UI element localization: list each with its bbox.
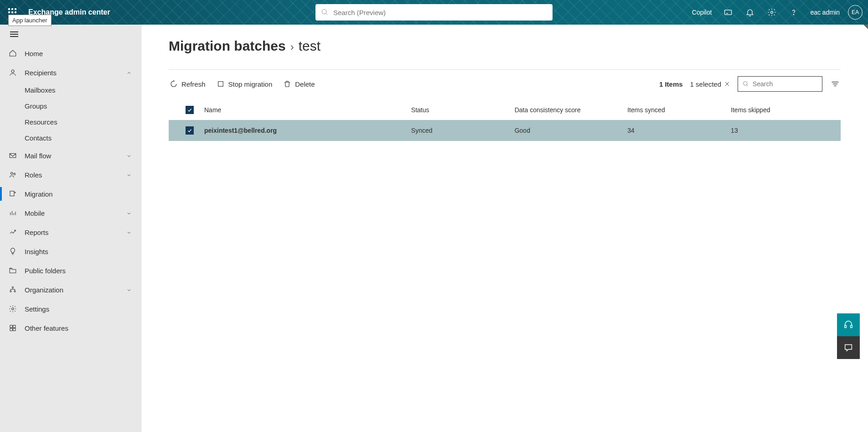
svg-point-15 xyxy=(12,286,14,288)
breadcrumb-separator-icon: › xyxy=(290,41,294,53)
sidebar-item-mobile[interactable]: Mobile xyxy=(0,203,141,223)
sidebar-item-label: Insights xyxy=(25,248,48,255)
sidebar-item-reports[interactable]: Reports xyxy=(0,223,141,242)
svg-point-9 xyxy=(14,173,16,175)
app-header: Exchange admin center App launcher Copil… xyxy=(0,0,868,25)
breadcrumb-root[interactable]: Migration batches xyxy=(169,38,286,54)
sidebar-subitem-contacts[interactable]: Contacts xyxy=(0,130,141,146)
refresh-button[interactable]: Refresh xyxy=(169,77,207,91)
sidebar-item-migration[interactable]: Migration xyxy=(0,184,141,203)
search-icon xyxy=(321,8,329,16)
settings-button[interactable] xyxy=(762,0,782,25)
sidebar-item-label: Other features xyxy=(25,324,68,332)
user-name[interactable]: eac admin xyxy=(806,9,844,16)
column-header-name[interactable]: Name xyxy=(204,106,411,114)
sidebar-subitem-resources[interactable]: Resources xyxy=(0,114,141,130)
reports-icon xyxy=(8,228,17,237)
delete-button[interactable]: Delete xyxy=(282,77,315,91)
table-search[interactable] xyxy=(738,76,822,92)
sidebar-item-label: Mail flow xyxy=(25,152,51,160)
column-header-skipped[interactable]: Items skipped xyxy=(731,106,834,114)
svg-point-18 xyxy=(12,308,14,310)
global-search[interactable] xyxy=(315,4,553,21)
main-content: Migration batches › test Refresh Stop mi… xyxy=(141,25,868,432)
gear-icon xyxy=(767,8,776,17)
sidebar-subitem-mailboxes[interactable]: Mailboxes xyxy=(0,82,141,98)
sidebar-item-label: Settings xyxy=(25,305,49,313)
sidebar-item-label: Roles xyxy=(25,171,42,179)
clear-selection-button[interactable] xyxy=(724,81,730,87)
sidebar-toggle[interactable] xyxy=(0,25,141,44)
svg-rect-10 xyxy=(10,191,14,196)
feedback-button[interactable] xyxy=(837,336,860,359)
migration-icon xyxy=(8,189,17,198)
chevron-down-icon xyxy=(126,286,133,293)
selected-count: 1 selected xyxy=(690,80,730,88)
sidebar-item-public-folders[interactable]: Public folders xyxy=(0,261,141,280)
help-icon xyxy=(789,8,798,17)
support-button[interactable] xyxy=(837,313,860,336)
sidebar-item-settings[interactable]: Settings xyxy=(0,299,141,318)
search-icon xyxy=(743,80,749,88)
sidebar-item-mail-flow[interactable]: Mail flow xyxy=(0,146,141,165)
column-header-synced[interactable]: Items synced xyxy=(627,106,731,114)
svg-rect-31 xyxy=(845,325,847,328)
refresh-icon xyxy=(170,80,178,88)
select-all-checkbox[interactable] xyxy=(186,106,194,114)
table-search-input[interactable] xyxy=(753,80,817,88)
bulb-icon xyxy=(8,247,17,256)
help-button[interactable] xyxy=(784,0,804,25)
sidebar-item-insights[interactable]: Insights xyxy=(0,242,141,261)
stop-migration-button[interactable]: Stop migration xyxy=(216,77,274,91)
filter-button[interactable] xyxy=(830,77,841,91)
svg-point-5 xyxy=(794,14,794,15)
breadcrumb: Migration batches › test xyxy=(169,38,841,54)
svg-line-1 xyxy=(326,13,328,15)
sidebar-item-recipients[interactable]: Recipients xyxy=(0,63,141,82)
shell-card-button[interactable] xyxy=(718,0,738,25)
migration-table: Name Status Data consistency score Items… xyxy=(169,100,841,141)
svg-point-4 xyxy=(771,11,773,14)
toolbar: Refresh Stop migration Delete 1 Items 1 … xyxy=(169,76,841,92)
copilot-button[interactable]: Copilot xyxy=(685,0,717,25)
global-search-input[interactable] xyxy=(333,9,547,16)
sidebar-item-label: Public folders xyxy=(25,267,66,275)
filter-icon xyxy=(831,79,840,88)
sidebar-item-label: Home xyxy=(25,50,43,57)
table-row[interactable]: peixintest1@bellred.orgSyncedGood3413 xyxy=(169,120,841,141)
sidebar-item-label: Migration xyxy=(25,190,53,198)
cell-synced: 34 xyxy=(627,127,731,134)
headset-icon xyxy=(843,320,853,330)
svg-rect-22 xyxy=(13,328,16,331)
sidebar-item-other-features[interactable]: Other features xyxy=(0,318,141,338)
cell-score: Good xyxy=(515,127,628,134)
column-header-status[interactable]: Status xyxy=(411,106,515,114)
notifications-button[interactable] xyxy=(740,0,760,25)
svg-rect-21 xyxy=(10,328,12,331)
card-icon xyxy=(723,8,733,17)
items-count: 1 Items xyxy=(659,80,683,88)
svg-point-17 xyxy=(14,291,16,292)
svg-rect-23 xyxy=(218,82,223,87)
svg-point-26 xyxy=(744,82,747,85)
sidebar-subitem-groups[interactable]: Groups xyxy=(0,98,141,114)
trash-icon xyxy=(283,80,291,88)
sidebar-item-organization[interactable]: Organization xyxy=(0,280,141,299)
sidebar-item-label: Organization xyxy=(25,286,63,294)
sidebar-item-home[interactable]: Home xyxy=(0,44,141,63)
svg-point-6 xyxy=(11,70,14,73)
stop-icon xyxy=(217,80,225,88)
sidebar-item-roles[interactable]: Roles xyxy=(0,165,141,184)
app-launcher-tooltip: App launcher xyxy=(8,15,52,26)
column-header-score[interactable]: Data consistency score xyxy=(515,106,628,114)
feedback-icon xyxy=(843,343,853,353)
gear-icon xyxy=(8,304,17,313)
chevron-down-icon xyxy=(126,152,133,159)
svg-rect-2 xyxy=(725,10,732,15)
folder-icon xyxy=(8,266,17,275)
sidebar-item-label: Recipients xyxy=(25,69,57,77)
svg-point-0 xyxy=(322,10,326,14)
row-checkbox[interactable] xyxy=(186,126,194,135)
user-avatar[interactable]: EA xyxy=(848,5,863,20)
svg-point-16 xyxy=(10,291,11,292)
